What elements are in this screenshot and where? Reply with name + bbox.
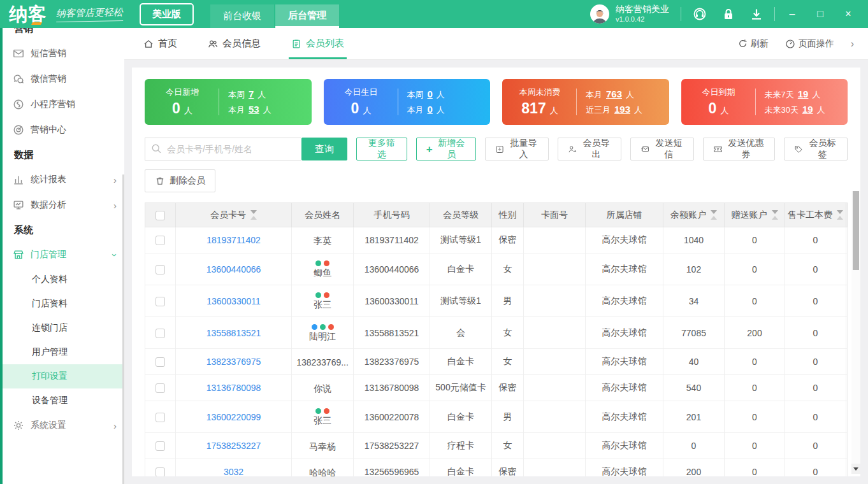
search-button[interactable]: 查询 [301,138,347,160]
member-balance: 0 [663,433,725,459]
member-card-link[interactable]: 13136780098 [206,383,261,393]
member-card-link[interactable]: 13823376975 [206,357,261,367]
member-card-link[interactable]: 17538253227 [206,441,261,451]
table-row[interactable]: 3032 哈哈哈 13256596965 白金卡 保密 高尔夫球馆 200 0 [145,459,848,477]
row-checkbox[interactable] [156,297,165,306]
sidebar-subitem-personal-profile[interactable]: 个人资料 [0,267,124,292]
batch-import-button[interactable]: 批量导入 [485,138,549,160]
page-operations-button[interactable]: 页面操作 [785,38,834,50]
member-card-link[interactable]: 18193711402 [206,235,261,245]
sidebar-item-analysis[interactable]: 数据分析 › [0,192,124,218]
sidebar-item-system-settings[interactable]: 系统设置 › [0,413,124,438]
export-member-button[interactable]: 会员导出 [558,138,621,160]
table-row[interactable]: 18193711402 李英 18193711402 测试等级1 保密 高尔夫球… [145,227,848,253]
member-card-link[interactable]: 3032 [224,467,243,476]
row-checkbox[interactable] [156,467,165,476]
tag-dots [312,324,334,330]
member-store: 高尔夫球馆 [586,401,663,433]
row-checkbox[interactable] [156,265,165,274]
member-store: 高尔夫球馆 [586,375,663,401]
avatar[interactable] [590,4,609,24]
row-checkbox[interactable] [156,413,165,422]
row-spacer [846,401,848,433]
maximize-button[interactable]: □ [814,8,826,20]
table-row[interactable]: 13600220099 张三 13600220078 白金卡 男 高尔夫球馆 2… [145,401,848,433]
table-row[interactable]: 13600440066 鲫鱼 13600440066 白金卡 女 高尔夫球馆 1… [145,253,848,285]
sidebar-item-sms-marketing[interactable]: 短信营销 [0,41,124,66]
more-filter-button[interactable]: 更多筛选 [356,138,407,160]
member-list-panel: 今日新增 0人 本周7人 本月53人 [132,68,860,476]
member-card-link[interactable]: 13600440066 [206,264,261,274]
delete-member-button[interactable]: 删除会员 [145,169,215,192]
scrollbar-down-arrow[interactable] [851,464,860,474]
row-checkbox[interactable] [156,383,165,393]
add-member-button[interactable]: + 新增会员 [416,138,476,160]
chevron-right-icon[interactable]: › [851,38,854,50]
select-all-checkbox[interactable] [156,211,165,220]
col-card-no[interactable]: 会员卡号 [176,203,292,227]
member-store: 高尔夫球馆 [586,459,663,477]
close-button[interactable]: × [843,8,854,20]
row-checkbox[interactable] [156,357,165,367]
sidebar-item-store-management[interactable]: 门店管理 › [0,242,124,267]
nav-back-office[interactable]: 后台管理 [275,4,339,28]
table-row[interactable]: 13823376975 138233769... 13823376975 白金卡… [145,349,848,375]
member-card-link[interactable]: 13600330011 [206,296,261,306]
member-balance: 200 [663,459,725,477]
member-gender: 女 [492,349,524,375]
row-checkbox[interactable] [156,441,165,451]
sidebar-scrollbar[interactable] [122,174,124,484]
member-name: 陆明江 [309,331,336,342]
tab-home[interactable]: 首页 [143,28,177,59]
send-sms-button[interactable]: 发送短信 [630,138,694,160]
sort-icon[interactable] [772,210,778,220]
tab-member-list[interactable]: 会员列表 [291,28,344,59]
home-icon [143,39,154,49]
sidebar-item-miniprogram-marketing[interactable]: 小程序营销 [0,92,124,117]
col-gift[interactable]: 赠送账户 [725,203,785,227]
table-row[interactable]: 13136780098 你说 13136780098 500元储值卡 保密 高尔… [145,375,848,401]
send-coupon-button[interactable]: 发送优惠券 [703,138,775,160]
lock-icon[interactable] [722,8,735,21]
sidebar-subitem-chain-stores[interactable]: 连锁门店 [0,316,124,340]
tab-member-info[interactable]: 会员信息 [208,28,261,59]
search-input[interactable] [145,138,301,160]
col-balance[interactable]: 余额账户 [663,203,725,227]
download-icon[interactable] [750,8,763,20]
sidebar-item-wechat-marketing[interactable]: 微信营销 [0,66,124,92]
minimize-button[interactable]: – [786,8,798,20]
member-balance: 77085 [663,317,725,349]
stat-card: 今日到期 0人 未来7天19人 未来30天19人 [681,79,848,125]
member-card-link[interactable]: 13558813521 [206,328,261,338]
nav-front-cashier[interactable]: 前台收银 [210,4,274,28]
support-icon[interactable] [693,7,707,21]
member-card-link[interactable]: 13600220099 [206,412,261,422]
col-name: 会员姓名 [292,203,354,227]
table-row[interactable]: 13558813521 陆明江 13558813521 会 女 高尔夫球馆 77… [145,317,848,349]
chevron-down-icon: › [110,253,120,257]
refresh-button[interactable]: 刷新 [738,38,769,50]
table-body: 18193711402 李英 18193711402 测试等级1 保密 高尔夫球… [145,227,848,477]
chevron-right-icon: › [113,420,117,431]
member-tag-button[interactable]: 会员标签 [784,138,848,160]
sidebar-subitem-user-management[interactable]: 用户管理 [0,340,124,364]
scrollbar-thumb[interactable] [853,191,859,270]
stat-line: 未来7天19人 [765,89,838,101]
sidebar-item-report[interactable]: 统计报表 › [0,167,124,192]
table-row[interactable]: 17538253227 马幸杨 17538253227 疗程卡 女 高尔夫球馆 … [145,433,848,459]
table-row[interactable]: 13600330011 张三 13600330011 测试等级1 男 高尔夫球馆… [145,285,848,317]
edition-badge[interactable]: 美业版 [140,3,194,25]
member-gender: 女 [492,253,524,285]
row-checkbox[interactable] [156,236,165,245]
table-scrollbar[interactable] [851,191,860,474]
sort-icon[interactable] [250,210,257,220]
col-fee[interactable]: 售卡工本费 [785,203,846,227]
row-checkbox[interactable] [156,329,165,338]
sidebar-subitem-store-profile[interactable]: 门店资料 [0,292,124,316]
sort-icon[interactable] [711,210,717,220]
sort-icon[interactable] [837,210,843,220]
member-level: 500元储值卡 [430,375,492,401]
sidebar-subitem-device-management[interactable]: 设备管理 [0,388,124,413]
sidebar-subitem-print-settings[interactable]: 打印设置 [0,364,124,388]
sidebar-item-marketing-center[interactable]: 营销中心 [0,117,124,143]
